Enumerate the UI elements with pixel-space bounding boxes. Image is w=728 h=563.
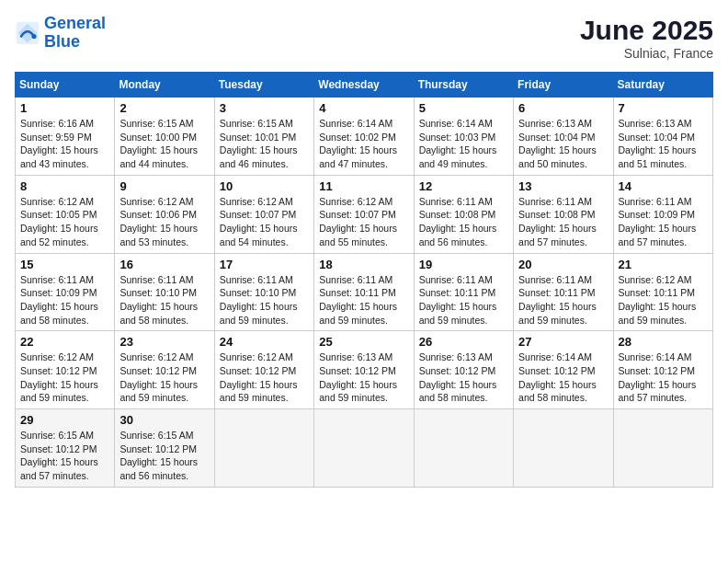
header-sunday: Sunday bbox=[16, 73, 115, 98]
day-17: 17 Sunrise: 6:11 AMSunset: 10:10 PMDayli… bbox=[214, 253, 313, 331]
week-row-2: 8 Sunrise: 6:12 AMSunset: 10:05 PMDaylig… bbox=[16, 175, 713, 253]
empty-cell-4 bbox=[514, 409, 613, 488]
weekday-header-row: Sunday Monday Tuesday Wednesday Thursday… bbox=[16, 73, 713, 98]
empty-cell-2 bbox=[314, 409, 414, 488]
day-10: 10 Sunrise: 6:12 AMSunset: 10:07 PMDayli… bbox=[214, 175, 313, 253]
day-22: 22 Sunrise: 6:12 AMSunset: 10:12 PMDayli… bbox=[16, 331, 115, 409]
day-24: 24 Sunrise: 6:12 AMSunset: 10:12 PMDayli… bbox=[214, 331, 313, 409]
svg-point-2 bbox=[31, 34, 36, 39]
day-13: 13 Sunrise: 6:11 AMSunset: 10:08 PMDayli… bbox=[514, 175, 613, 253]
day-18: 18 Sunrise: 6:11 AMSunset: 10:11 PMDayli… bbox=[314, 253, 414, 331]
header-saturday: Saturday bbox=[613, 73, 712, 98]
day-11: 11 Sunrise: 6:12 AMSunset: 10:07 PMDayli… bbox=[314, 175, 414, 253]
logo-text: General Blue bbox=[44, 15, 106, 52]
empty-cell-5 bbox=[613, 409, 712, 488]
day-5: 5 Sunrise: 6:14 AMSunset: 10:03 PMDaylig… bbox=[414, 98, 513, 176]
day-8: 8 Sunrise: 6:12 AMSunset: 10:05 PMDaylig… bbox=[16, 175, 115, 253]
day-26: 26 Sunrise: 6:13 AMSunset: 10:12 PMDayli… bbox=[414, 331, 513, 409]
header-wednesday: Wednesday bbox=[314, 73, 414, 98]
day-20: 20 Sunrise: 6:11 AMSunset: 10:11 PMDayli… bbox=[514, 253, 613, 331]
header-thursday: Thursday bbox=[414, 73, 513, 98]
location: Sulniac, France bbox=[580, 46, 713, 61]
calendar-table: Sunday Monday Tuesday Wednesday Thursday… bbox=[15, 72, 713, 488]
day-16: 16 Sunrise: 6:11 AMSunset: 10:10 PMDayli… bbox=[115, 253, 214, 331]
day-15: 15 Sunrise: 6:11 AMSunset: 10:09 PMDayli… bbox=[16, 253, 115, 331]
day-21: 21 Sunrise: 6:12 AMSunset: 10:11 PMDayli… bbox=[613, 253, 712, 331]
logo: General Blue bbox=[15, 15, 106, 52]
empty-cell-1 bbox=[214, 409, 313, 488]
day-9: 9 Sunrise: 6:12 AMSunset: 10:06 PMDaylig… bbox=[115, 175, 214, 253]
header-monday: Monday bbox=[115, 73, 214, 98]
month-year: June 2025 bbox=[580, 15, 713, 46]
day-19: 19 Sunrise: 6:11 AMSunset: 10:11 PMDayli… bbox=[414, 253, 513, 331]
page-header: General Blue June 2025 Sulniac, France bbox=[15, 15, 713, 61]
day-25: 25 Sunrise: 6:13 AMSunset: 10:12 PMDayli… bbox=[314, 331, 414, 409]
header-tuesday: Tuesday bbox=[214, 73, 313, 98]
day-30: 30 Sunrise: 6:15 AMSunset: 10:12 PMDayli… bbox=[115, 409, 214, 488]
title-block: June 2025 Sulniac, France bbox=[580, 15, 713, 61]
day-23: 23 Sunrise: 6:12 AMSunset: 10:12 PMDayli… bbox=[115, 331, 214, 409]
day-14: 14 Sunrise: 6:11 AMSunset: 10:09 PMDayli… bbox=[613, 175, 712, 253]
day-4: 4 Sunrise: 6:14 AMSunset: 10:02 PMDaylig… bbox=[314, 98, 414, 176]
logo-icon bbox=[15, 20, 40, 46]
day-7: 7 Sunrise: 6:13 AMSunset: 10:04 PMDaylig… bbox=[613, 98, 712, 176]
week-row-3: 15 Sunrise: 6:11 AMSunset: 10:09 PMDayli… bbox=[16, 253, 713, 331]
empty-cell-3 bbox=[414, 409, 513, 488]
day-1: 1 Sunrise: 6:16 AMSunset: 9:59 PMDayligh… bbox=[16, 98, 115, 176]
week-row-1: 1 Sunrise: 6:16 AMSunset: 9:59 PMDayligh… bbox=[16, 98, 713, 176]
week-row-5: 29 Sunrise: 6:15 AMSunset: 10:12 PMDayli… bbox=[16, 409, 713, 488]
day-28: 28 Sunrise: 6:14 AMSunset: 10:12 PMDayli… bbox=[613, 331, 712, 409]
day-2: 2 Sunrise: 6:15 AMSunset: 10:00 PMDaylig… bbox=[115, 98, 214, 176]
header-friday: Friday bbox=[514, 73, 613, 98]
day-3: 3 Sunrise: 6:15 AMSunset: 10:01 PMDaylig… bbox=[214, 98, 313, 176]
day-27: 27 Sunrise: 6:14 AMSunset: 10:12 PMDayli… bbox=[514, 331, 613, 409]
week-row-4: 22 Sunrise: 6:12 AMSunset: 10:12 PMDayli… bbox=[16, 331, 713, 409]
day-12: 12 Sunrise: 6:11 AMSunset: 10:08 PMDayli… bbox=[414, 175, 513, 253]
day-29: 29 Sunrise: 6:15 AMSunset: 10:12 PMDayli… bbox=[16, 409, 115, 488]
day-6: 6 Sunrise: 6:13 AMSunset: 10:04 PMDaylig… bbox=[514, 98, 613, 176]
